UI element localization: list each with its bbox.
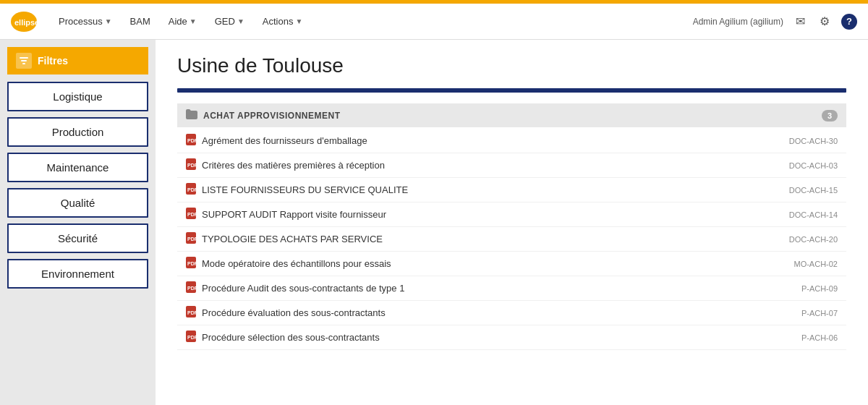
chevron-down-icon: ▼ — [237, 17, 244, 25]
nav-actions[interactable]: Actions ▼ — [255, 12, 310, 30]
pdf-icon: PDF — [186, 158, 196, 172]
nav-bam[interactable]: BAM — [123, 12, 158, 30]
pdf-icon: PDF — [186, 208, 196, 221]
doc-code: P-ACH-07 — [801, 309, 838, 317]
mail-icon[interactable]: ✉ — [792, 14, 808, 30]
doc-name: LISTE FOURNISSEURS DU SERVICE QUALITE — [202, 184, 782, 195]
pdf-icon: PDF — [186, 232, 196, 246]
category-header[interactable]: ACHAT APPROVISIONNEMENT 3 — [177, 103, 846, 127]
doc-name: Critères des matières premières à récept… — [202, 160, 782, 171]
chevron-down-icon: ▼ — [105, 17, 112, 25]
doc-row[interactable]: PDF LISTE FOURNISSEURS DU SERVICE QUALIT… — [177, 178, 846, 202]
doc-name: Agrément des fournisseurs d'emballage — [202, 135, 782, 146]
logo[interactable]: ellipse — [11, 12, 37, 32]
separator — [177, 88, 846, 93]
doc-code: DOC-ACH-20 — [789, 235, 838, 244]
svg-text:PDF: PDF — [187, 261, 196, 266]
doc-code: P-ACH-06 — [801, 333, 838, 342]
content-area: Usine de Toulouse ACHAT APPROVISIONNEMEN… — [156, 40, 868, 405]
doc-row[interactable]: PDF TYPOLOGIE DES ACHATS PAR SERVICE DOC… — [177, 227, 846, 252]
svg-text:ellipse: ellipse — [14, 18, 37, 27]
doc-row[interactable]: PDF Mode opératoire des échantillons pou… — [177, 252, 846, 276]
doc-row[interactable]: PDF Procédure Audit des sous-contractant… — [177, 276, 846, 301]
navbar: ellipse Processus ▼ BAM Aide ▼ GED ▼ Act… — [0, 4, 868, 40]
svg-rect-4 — [22, 63, 25, 64]
doc-row[interactable]: PDF SUPPORT AUDIT Rapport visite fournis… — [177, 202, 846, 227]
sidebar-btn-qualite[interactable]: Qualité — [7, 188, 148, 218]
svg-text:PDF: PDF — [187, 286, 196, 291]
sidebar: Filtres Logistique Production Maintenanc… — [0, 40, 156, 405]
doc-code: P-ACH-09 — [801, 284, 838, 293]
doc-name: Mode opératoire des échantillons pour es… — [202, 258, 786, 269]
doc-name: SUPPORT AUDIT Rapport visite fournisseur — [202, 209, 782, 220]
svg-text:PDF: PDF — [187, 335, 196, 340]
folder-icon — [186, 109, 197, 122]
sidebar-btn-maintenance[interactable]: Maintenance — [7, 153, 148, 182]
svg-text:PDF: PDF — [187, 163, 196, 168]
nav-aide[interactable]: Aide ▼ — [161, 12, 204, 30]
doc-name: Procédure sélection des sous-contractant… — [202, 332, 794, 343]
category-label: ACHAT APPROVISIONNEMENT — [203, 111, 822, 121]
pdf-icon: PDF — [186, 257, 196, 270]
pdf-icon: PDF — [186, 183, 196, 197]
category-count: 3 — [822, 110, 838, 122]
svg-text:PDF: PDF — [187, 310, 196, 315]
pdf-icon: PDF — [186, 281, 196, 295]
pdf-icon: PDF — [186, 306, 196, 320]
pdf-icon: PDF — [186, 331, 196, 344]
doc-code: DOC-ACH-30 — [789, 137, 838, 145]
doc-name: TYPOLOGIE DES ACHATS PAR SERVICE — [202, 234, 782, 244]
nav-ged[interactable]: GED ▼ — [208, 12, 252, 30]
help-icon[interactable]: ? — [841, 14, 857, 30]
nav-right: Admin Agilium (agilium) ✉ ⚙ ? — [693, 14, 857, 30]
doc-row[interactable]: PDF Agrément des fournisseurs d'emballag… — [177, 129, 846, 153]
doc-name: Procédure Audit des sous-contractants de… — [202, 283, 794, 294]
nav-processus[interactable]: Processus ▼ — [51, 12, 119, 30]
doc-row[interactable]: PDF Procédure sélection des sous-contrac… — [177, 325, 846, 350]
doc-code: DOC-ACH-15 — [789, 186, 838, 195]
doc-code: MO-ACH-02 — [793, 260, 838, 268]
user-label: Admin Agilium (agilium) — [693, 17, 783, 27]
sidebar-btn-production[interactable]: Production — [7, 117, 148, 147]
main-layout: Filtres Logistique Production Maintenanc… — [0, 40, 868, 405]
doc-code: DOC-ACH-03 — [789, 161, 838, 170]
sidebar-btn-environnement[interactable]: Environnement — [7, 259, 148, 289]
svg-rect-3 — [21, 60, 27, 61]
sidebar-btn-securite[interactable]: Sécurité — [7, 223, 148, 253]
svg-rect-2 — [20, 57, 28, 59]
pdf-icon: PDF — [186, 134, 196, 148]
doc-code: DOC-ACH-14 — [789, 210, 838, 219]
sidebar-btn-logistique[interactable]: Logistique — [7, 82, 148, 111]
doc-row[interactable]: PDF Critères des matières premières à ré… — [177, 153, 846, 178]
chevron-down-icon: ▼ — [190, 17, 197, 25]
logo-icon: ellipse — [11, 12, 37, 32]
svg-text:PDF: PDF — [187, 138, 196, 143]
doc-name: Procédure évaluation des sous-contractan… — [202, 307, 794, 318]
page-title: Usine de Toulouse — [177, 54, 846, 77]
svg-text:PDF: PDF — [187, 212, 196, 217]
chevron-down-icon: ▼ — [295, 17, 302, 25]
doc-row[interactable]: PDF Procédure évaluation des sous-contra… — [177, 301, 846, 325]
settings-icon[interactable]: ⚙ — [817, 14, 833, 30]
filter-icon — [16, 53, 32, 69]
svg-text:PDF: PDF — [187, 187, 196, 192]
nav-menu: Processus ▼ BAM Aide ▼ GED ▼ Actions ▼ — [51, 12, 693, 30]
svg-text:PDF: PDF — [187, 236, 196, 242]
sidebar-header: Filtres — [7, 47, 148, 74]
